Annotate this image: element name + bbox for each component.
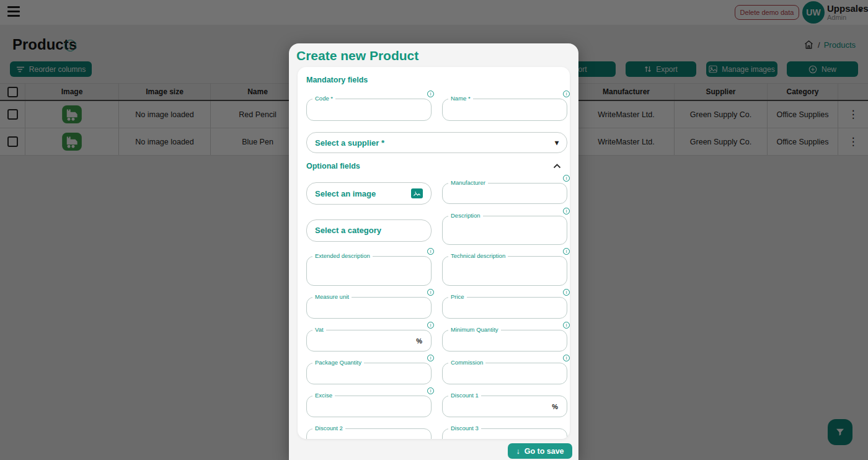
package-quantity-field[interactable]: Package Quantity i: [306, 363, 432, 384]
excise-input[interactable]: [313, 400, 426, 414]
name-input[interactable]: [449, 103, 562, 118]
go-to-save-label: Go to save: [525, 447, 564, 456]
price-field[interactable]: Price i: [442, 297, 567, 319]
technical-description-input[interactable]: [449, 260, 562, 283]
discount-1-field[interactable]: Discount 1 %: [442, 396, 567, 417]
caret-down-icon: ▾: [555, 138, 559, 147]
code-input[interactable]: [313, 103, 426, 118]
info-icon[interactable]: i: [427, 289, 434, 296]
info-icon[interactable]: i: [427, 248, 434, 255]
discount-2-field[interactable]: Discount 2: [306, 428, 432, 439]
vat-label: Vat: [312, 326, 326, 333]
minimum-quantity-field[interactable]: Minimum Quantity i: [442, 330, 567, 352]
price-label: Price: [448, 293, 467, 300]
name-field[interactable]: Name * i: [442, 99, 567, 121]
info-icon[interactable]: i: [563, 355, 570, 361]
down-arrow-icon: ↓: [516, 447, 520, 456]
discount-3-input[interactable]: [449, 433, 562, 439]
manufacturer-field-label: Manufacturer: [448, 179, 488, 186]
info-icon[interactable]: i: [563, 248, 570, 255]
go-to-save-button[interactable]: ↓ Go to save: [508, 443, 572, 459]
select-category-button[interactable]: Select a category: [306, 219, 432, 242]
info-icon[interactable]: i: [427, 322, 434, 329]
modal-form-panel: Mandatory fields Code * i Name * i Selec…: [298, 67, 570, 439]
info-icon[interactable]: i: [563, 175, 570, 182]
vat-field[interactable]: Vat i %: [306, 330, 432, 352]
commission-label: Commission: [448, 359, 485, 366]
measure-unit-input[interactable]: [313, 301, 426, 316]
measure-unit-field[interactable]: Measure unit i: [306, 297, 432, 319]
commission-input[interactable]: [449, 367, 562, 381]
excise-field[interactable]: Excise i: [306, 396, 432, 417]
supplier-select[interactable]: Select a supplier * ▾: [306, 132, 567, 153]
commission-field[interactable]: Commission i: [442, 363, 567, 384]
modal-title: Create new Product: [296, 48, 418, 63]
extended-description-input[interactable]: [313, 260, 426, 283]
collapse-chevron-up-icon[interactable]: [553, 164, 561, 169]
minimum-quantity-input[interactable]: [449, 334, 562, 348]
select-image-label: Select an image: [315, 189, 376, 198]
extended-description-label: Extended description: [312, 252, 373, 259]
extended-description-field[interactable]: Extended description i: [306, 256, 432, 286]
package-quantity-input[interactable]: [313, 367, 426, 381]
info-icon[interactable]: i: [427, 91, 434, 97]
measure-unit-label: Measure unit: [312, 293, 352, 300]
package-quantity-label: Package Quantity: [312, 359, 364, 366]
vat-input[interactable]: [313, 334, 426, 348]
info-icon[interactable]: i: [563, 208, 570, 215]
discount-3-field[interactable]: Discount 3: [442, 428, 567, 439]
info-icon[interactable]: i: [427, 387, 434, 394]
info-icon[interactable]: i: [563, 289, 570, 296]
image-icon: [411, 188, 423, 198]
discount-2-label: Discount 2: [312, 425, 345, 431]
supplier-select-label: Select a supplier *: [315, 138, 384, 148]
price-input[interactable]: [449, 301, 562, 316]
technical-description-field[interactable]: Technical description i: [442, 256, 567, 286]
info-icon[interactable]: i: [563, 322, 570, 329]
select-image-button[interactable]: Select an image: [306, 182, 432, 205]
discount-1-label: Discount 1: [448, 392, 481, 399]
discount-2-input[interactable]: [313, 433, 426, 439]
description-field[interactable]: Description i: [442, 216, 567, 245]
technical-description-label: Technical description: [448, 252, 508, 259]
mandatory-fields-heading: Mandatory fields: [306, 76, 561, 84]
create-product-modal: Create new Product Mandatory fields Code…: [289, 43, 578, 460]
info-icon[interactable]: i: [563, 91, 570, 97]
manufacturer-field[interactable]: Manufacturer i: [442, 183, 567, 204]
description-field-label: Description: [448, 212, 483, 219]
minimum-quantity-label: Minimum Quantity: [448, 326, 501, 333]
excise-label: Excise: [312, 392, 335, 399]
info-icon[interactable]: i: [427, 355, 434, 361]
description-input[interactable]: [449, 220, 562, 242]
code-field[interactable]: Code * i: [306, 99, 432, 121]
manufacturer-input[interactable]: [449, 187, 562, 201]
discount-3-label: Discount 3: [448, 425, 481, 431]
discount-1-input[interactable]: [449, 400, 562, 414]
code-field-label: Code *: [312, 95, 335, 102]
name-field-label: Name *: [448, 95, 473, 102]
select-category-label: Select a category: [315, 226, 381, 235]
optional-fields-heading: Optional fields: [306, 162, 360, 170]
